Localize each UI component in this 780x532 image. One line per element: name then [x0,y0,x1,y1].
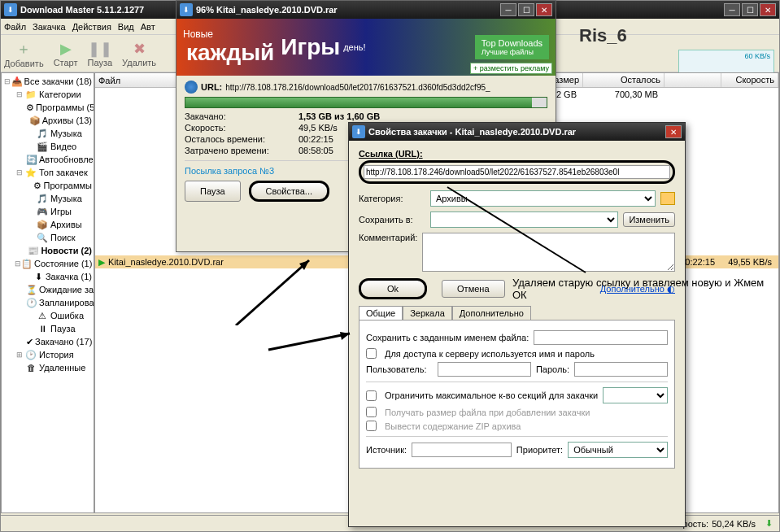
pass-input[interactable] [574,362,668,377]
tree-item[interactable]: 📦Архивы [3,218,92,231]
pause-button[interactable]: Пауза [185,181,241,202]
tabs: Общие Зеркала Дополнительно [359,306,675,321]
tree-item[interactable]: 📰Новости (2) [3,244,92,257]
menu-view[interactable]: Вид [118,22,134,32]
cancel-button[interactable]: Отмена [442,280,504,298]
menu-auto[interactable]: Авт [141,22,155,32]
tree-item[interactable]: 🕐Запланировано [3,296,92,309]
maxsec-select[interactable] [603,387,668,403]
category-icon: 🕐 [26,297,37,308]
auth-checkbox[interactable] [366,348,377,359]
zip-checkbox[interactable] [366,421,377,431]
ad-banner[interactable]: Новыекаждый Игры день! Top DownloadsЛучш… [176,19,556,76]
tree-label: Новости (2) [41,246,92,255]
tree-label: Архивы (13) [42,116,92,125]
tab-advanced[interactable]: Дополнительно [452,306,531,320]
maximize-button[interactable]: ☐ [518,3,534,16]
tree-item[interactable]: ⊟📋Состояние (1) [3,257,92,270]
minimize-button[interactable]: ─ [500,3,516,16]
category-icon: 🎬 [36,141,49,152]
plus-icon: ＋ [16,39,31,59]
properties-button[interactable]: Свойства... [249,181,329,202]
expand-icon[interactable]: ⊞ [15,351,24,359]
tree-item[interactable]: 📦Архивы (13) [3,114,92,127]
tree-item[interactable]: ⚙Программы (5) [3,101,92,114]
expand-icon[interactable]: ⊟ [3,77,11,85]
category-select[interactable]: Архивы [430,190,656,207]
tree-label: Закачано (17) [35,337,92,347]
col-remaining[interactable]: Осталось [583,73,665,87]
tree-item[interactable]: ⏸Пауза [3,322,92,335]
savename-label: Сохранить с заданным именем файла: [366,333,529,342]
category-icon: 🎵 [36,193,49,204]
tray-icon[interactable]: ⬇ [765,518,773,529]
category-icon: 🕑 [24,349,37,360]
category-icon: 🎵 [36,128,49,139]
category-icon: 📋 [21,258,33,269]
expand-icon[interactable]: ⊟ [15,259,21,268]
delete-button[interactable]: ✖Удалить [122,40,156,68]
ok-button[interactable]: Ok [359,278,427,299]
tab-mirrors[interactable]: Зеркала [403,306,452,320]
tree-item[interactable]: ⊞🕑История [3,348,92,361]
maximize-button[interactable]: ☐ [742,3,758,16]
pass-label: Пароль: [536,364,569,374]
category-icon: ⚠ [36,310,49,321]
add-button[interactable]: ＋Добавить [4,39,44,68]
ris-label: Ris_6 [579,25,774,46]
tree-item[interactable]: ⊟📁Категории [3,88,92,101]
user-input[interactable] [438,362,531,377]
tree-item[interactable]: 🎬Видео [3,140,92,153]
tree-item[interactable]: 🎵Музыка [3,127,92,140]
tree-item[interactable]: 🎵Музыка [3,192,92,205]
tree-item[interactable]: ⊟⭐Топ закачек [3,166,92,179]
start-button[interactable]: ▶Старт [54,40,78,68]
close-button[interactable]: ✕ [536,3,552,16]
savename-input[interactable] [534,330,668,345]
priority-select[interactable]: Обычный [568,442,668,458]
folder-icon[interactable] [660,192,675,205]
tree-item[interactable]: 🎮Игры [3,205,92,218]
menu-download[interactable]: Закачка [33,22,66,32]
tree-item[interactable]: ⚙Программы [3,179,92,192]
tree-item[interactable]: ⚠Ошибка [3,309,92,322]
tab-general[interactable]: Общие [359,306,403,320]
tree-item[interactable]: ⬇Закачка (1) [3,270,92,283]
close-button[interactable]: ✕ [760,3,776,16]
minimize-button[interactable]: ─ [724,3,740,16]
tree-item[interactable]: ⊟📥Все закачки (18) [3,75,92,88]
tree-item[interactable]: 🔍Поиск [3,231,92,244]
comment-input[interactable] [422,233,675,272]
col-speed[interactable]: Скорость [721,73,778,87]
tree-item[interactable]: 🗑Удаленные [3,361,92,374]
col-time[interactable] [665,73,721,87]
expand-icon[interactable]: ⊟ [15,168,24,177]
properties-titlebar[interactable]: ⬇ Свойства закачки - Kitai_nasledye.2010… [349,123,685,141]
change-button[interactable]: Изменить [623,212,675,227]
tree-label: Пауза [50,324,76,334]
tree-item[interactable]: 🔄Автообновление [3,153,92,166]
tree-label: Автообновление [39,155,94,164]
menu-file[interactable]: Файл [4,22,26,32]
menu-actions[interactable]: Действия [72,22,111,32]
progress-titlebar[interactable]: ⬇ 96% Kitai_nasledye.2010.DVD.rar ─ ☐ ✕ [176,1,556,19]
category-tree[interactable]: ⊟📥Все закачки (18)⊟📁Категории⚙Программы … [1,72,94,513]
source-input[interactable] [412,443,512,457]
save-path-select[interactable] [430,211,618,228]
expand-icon[interactable]: ⊟ [15,90,24,98]
pause-button[interactable]: ❚❚Пауза [88,40,113,68]
category-icon: 🔍 [36,232,49,243]
maxsec-checkbox[interactable] [366,390,377,401]
url-input[interactable] [364,165,670,179]
app-icon: ⬇ [352,125,365,138]
tree-item[interactable]: ⏳Ожидание закачки [3,283,92,296]
tree-label: Ошибка [50,311,84,321]
getsize-checkbox[interactable] [366,407,377,417]
tree-label: Удаленные [39,363,85,373]
globe-icon [185,81,198,94]
close-button[interactable]: ✕ [665,125,682,138]
tree-item[interactable]: ✔Закачано (17) [3,335,92,348]
url-field-label: Ссылка (URL): [359,149,675,159]
category-icon: ✔ [26,336,33,347]
place-ad-link[interactable]: + разместить рекламу [470,63,552,74]
